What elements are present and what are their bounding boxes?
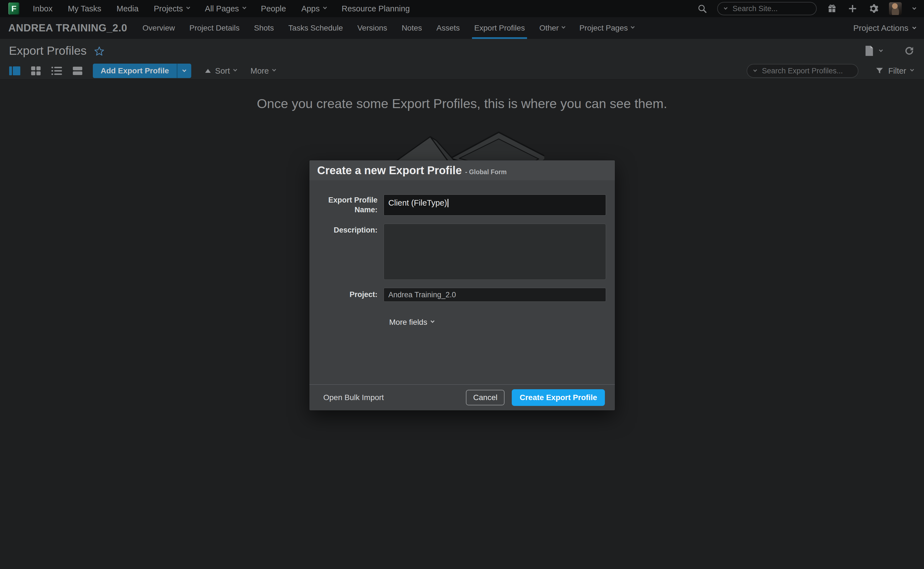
tab-project-pages[interactable]: Project Pages <box>579 17 634 39</box>
top-nav-right <box>697 2 916 15</box>
chevron-down-icon <box>910 67 914 72</box>
user-avatar[interactable] <box>889 2 902 15</box>
nav-item-apps[interactable]: Apps <box>301 4 326 13</box>
page-title: Export Profiles <box>9 44 87 58</box>
tab-label: Project Details <box>189 24 239 32</box>
plus-icon[interactable] <box>847 3 858 14</box>
search-icon[interactable] <box>697 4 707 14</box>
tab-tasks-schedule[interactable]: Tasks Schedule <box>288 17 343 39</box>
nav-item-label: Projects <box>154 4 183 13</box>
nav-item-label: Media <box>116 4 139 13</box>
tab-versions[interactable]: Versions <box>357 17 387 39</box>
dialog-title: Create a new Export Profile <box>317 164 462 177</box>
project-actions-label: Project Actions <box>853 23 909 33</box>
tab-shots[interactable]: Shots <box>254 17 274 39</box>
nav-item-resource-planning[interactable]: Resource Planning <box>342 4 410 13</box>
page-type-chevron-icon[interactable] <box>879 48 883 52</box>
chevron-down-icon <box>431 319 435 323</box>
site-search-box[interactable] <box>717 2 817 15</box>
chevron-down-icon <box>272 67 276 72</box>
chevron-down-icon <box>561 25 566 29</box>
nav-item-label: My Tasks <box>68 4 101 13</box>
project-input[interactable] <box>384 288 606 302</box>
gear-icon[interactable] <box>868 3 879 14</box>
row-view-icon[interactable] <box>72 65 83 76</box>
chevron-down-icon <box>630 25 634 29</box>
export-profile-name-input[interactable]: Client (FileType) <box>384 195 606 216</box>
search-scope-chevron-icon[interactable] <box>724 6 728 10</box>
tab-other[interactable]: Other <box>539 17 565 39</box>
tab-notes[interactable]: Notes <box>402 17 422 39</box>
text-cursor <box>448 199 448 207</box>
nav-item-label: Resource Planning <box>342 4 410 13</box>
tab-label: Other <box>539 24 559 32</box>
tab-label: Notes <box>402 24 422 32</box>
cancel-button[interactable]: Cancel <box>466 390 505 405</box>
add-export-profile-dropdown[interactable] <box>177 64 191 78</box>
top-nav-bar: F Inbox My Tasks Media Projects All Page… <box>0 0 924 17</box>
nav-item-label: People <box>261 4 286 13</box>
project-actions-button[interactable]: Project Actions <box>853 23 916 33</box>
nav-item-label: Apps <box>301 4 320 13</box>
dialog-form: Export Profile Name: Client (FileType) D… <box>310 180 615 327</box>
export-profiles-search-input[interactable] <box>761 66 851 76</box>
project-field-label: Project: <box>310 290 384 300</box>
flow-logo-icon[interactable]: F <box>8 3 20 15</box>
dialog-footer: Open Bulk Import Cancel Create Export Pr… <box>310 384 615 410</box>
nav-item-inbox[interactable]: Inbox <box>33 4 53 13</box>
favorite-star-icon[interactable] <box>93 46 105 57</box>
search-scope-chevron-icon[interactable] <box>753 68 757 72</box>
gift-icon[interactable] <box>827 3 837 14</box>
name-field-row: Export Profile Name: Client (FileType) <box>310 195 615 216</box>
add-export-profile-split-button: Add Export Profile <box>93 64 191 78</box>
funnel-icon <box>875 66 884 75</box>
refresh-icon[interactable] <box>903 45 915 57</box>
tab-overview[interactable]: Overview <box>143 17 175 39</box>
nav-item-media[interactable]: Media <box>116 4 139 13</box>
project-tabs: Overview Project Details Shots Tasks Sch… <box>143 17 634 39</box>
tab-label: Project Pages <box>579 24 628 32</box>
export-profiles-search-box[interactable] <box>747 64 858 78</box>
create-export-profile-dialog: Create a new Export Profile - Global For… <box>310 160 615 410</box>
open-bulk-import-link[interactable]: Open Bulk Import <box>323 393 384 402</box>
filter-label: Filter <box>889 66 906 76</box>
tab-project-details[interactable]: Project Details <box>189 17 239 39</box>
tab-label: Overview <box>143 24 175 32</box>
description-field-row: Description: <box>310 224 615 280</box>
nav-item-my-tasks[interactable]: My Tasks <box>68 4 101 13</box>
grid-view-icon[interactable] <box>30 65 42 76</box>
dialog-footer-buttons: Cancel Create Export Profile <box>466 389 605 406</box>
toolbar-right: Filter <box>747 64 913 78</box>
add-export-profile-button[interactable]: Add Export Profile <box>93 64 177 78</box>
logo-letter: F <box>11 4 17 13</box>
page-header: Export Profiles <box>0 39 924 62</box>
account-menu-chevron-icon[interactable] <box>912 6 916 10</box>
dialog-subtitle: - Global Form <box>465 168 507 176</box>
list-view-icon[interactable] <box>50 65 63 76</box>
sort-label: Sort <box>215 66 230 76</box>
description-textarea[interactable] <box>384 224 606 280</box>
page-document-icon[interactable] <box>865 45 874 56</box>
filter-button[interactable]: Filter <box>875 66 913 76</box>
create-export-profile-submit-button[interactable]: Create Export Profile <box>512 389 605 406</box>
site-search-input[interactable] <box>732 4 810 13</box>
chevron-down-icon <box>912 25 916 29</box>
page-header-actions <box>865 45 915 57</box>
chevron-down-icon <box>182 68 186 72</box>
tab-label: Versions <box>357 24 387 32</box>
tab-label: Assets <box>436 24 460 32</box>
more-button[interactable]: More <box>250 66 276 76</box>
sort-button[interactable]: Sort <box>205 66 236 76</box>
more-fields-toggle[interactable]: More fields <box>389 318 434 327</box>
nav-item-all-pages[interactable]: All Pages <box>205 4 246 13</box>
nav-item-people[interactable]: People <box>261 4 286 13</box>
app-root: { "topnav": { "logo_letter": "F", "items… <box>0 0 924 569</box>
panel-view-icon[interactable] <box>8 65 21 76</box>
tab-label: Export Profiles <box>474 24 525 32</box>
more-label: More <box>250 66 269 76</box>
description-field-label: Description: <box>310 224 384 235</box>
tab-export-profiles[interactable]: Export Profiles <box>474 17 525 39</box>
tab-assets[interactable]: Assets <box>436 17 460 39</box>
nav-item-projects[interactable]: Projects <box>154 4 189 13</box>
tab-label: Shots <box>254 24 274 32</box>
